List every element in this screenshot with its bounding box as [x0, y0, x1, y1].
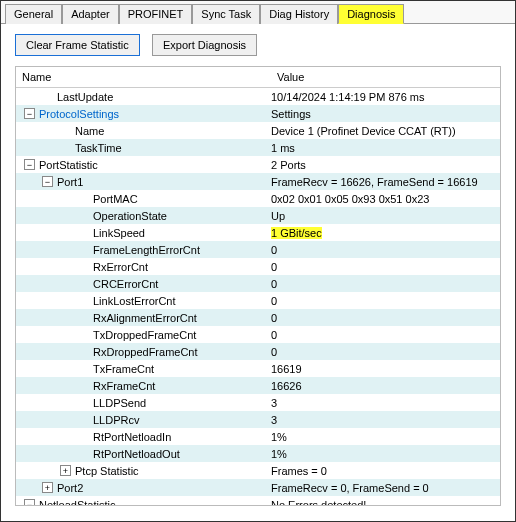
- header-value[interactable]: Value: [271, 67, 500, 87]
- tree-row[interactable]: RtPortNetloadIn1%: [16, 428, 500, 445]
- tree-row[interactable]: RxDroppedFrameCnt0: [16, 343, 500, 360]
- tree-branch-icon: [78, 244, 89, 255]
- tree-row[interactable]: −PortStatistic2 Ports: [16, 156, 500, 173]
- tree-cell-name: TxDroppedFrameCnt: [16, 329, 271, 341]
- tree-row[interactable]: RxFrameCnt16626: [16, 377, 500, 394]
- row-value: 0: [271, 295, 277, 307]
- tree-cell-name: CRCErrorCnt: [16, 278, 271, 290]
- row-label: RtPortNetloadIn: [93, 431, 171, 443]
- collapse-icon[interactable]: −: [24, 108, 35, 119]
- row-label: RxDroppedFrameCnt: [93, 346, 198, 358]
- tree-row[interactable]: −ProtocolSettingsSettings: [16, 105, 500, 122]
- tree-row[interactable]: −Port1FrameRecv = 16626, FrameSend = 166…: [16, 173, 500, 190]
- tree-row[interactable]: TxFrameCnt16619: [16, 360, 500, 377]
- tree-cell-value: FrameRecv = 0, FrameSend = 0: [271, 482, 500, 494]
- tree-cell-name: TaskTime: [16, 142, 271, 154]
- tab-synctask[interactable]: Sync Task: [192, 4, 260, 24]
- tree-row[interactable]: −NetloadStatisticNo Errors detected!: [16, 496, 500, 506]
- row-label: RxAlignmentErrorCnt: [93, 312, 197, 324]
- tree-branch-icon: [78, 227, 89, 238]
- row-value: 0: [271, 261, 277, 273]
- expand-icon[interactable]: +: [60, 465, 71, 476]
- tab-general[interactable]: General: [5, 4, 62, 24]
- row-label: LinkLostErrorCnt: [93, 295, 176, 307]
- tree-branch-icon: [78, 295, 89, 306]
- row-label: Port1: [57, 176, 83, 188]
- row-label: PortStatistic: [39, 159, 98, 171]
- tree-row[interactable]: NameDevice 1 (Profinet Device CCAT (RT)): [16, 122, 500, 139]
- tree-cell-value: 3: [271, 397, 500, 409]
- tree-cell-value: Device 1 (Profinet Device CCAT (RT)): [271, 125, 500, 137]
- tab-profinet[interactable]: PROFINET: [119, 4, 193, 24]
- row-value: 0: [271, 244, 277, 256]
- tree-row[interactable]: TxDroppedFrameCnt0: [16, 326, 500, 343]
- tree-cell-value: 0: [271, 329, 500, 341]
- tree-row[interactable]: LLDPRcv3: [16, 411, 500, 428]
- tab-bar: General Adapter PROFINET Sync Task Diag …: [1, 1, 515, 24]
- property-tree: Name Value LastUpdate10/14/2024 1:14:19 …: [15, 66, 501, 506]
- tree-row[interactable]: TaskTime1 ms: [16, 139, 500, 156]
- tree-cell-name: LastUpdate: [16, 91, 271, 103]
- export-diagnosis-button[interactable]: Export Diagnosis: [152, 34, 257, 56]
- row-value: 0: [271, 329, 277, 341]
- tree-cell-name: TxFrameCnt: [16, 363, 271, 375]
- row-value: No Errors detected!: [271, 499, 366, 507]
- collapse-icon[interactable]: −: [24, 159, 35, 170]
- tree-row[interactable]: LinkLostErrorCnt0: [16, 292, 500, 309]
- collapse-icon[interactable]: −: [24, 499, 35, 506]
- tree-branch-icon: [78, 210, 89, 221]
- row-value: 0: [271, 278, 277, 290]
- tree-row[interactable]: LastUpdate10/14/2024 1:14:19 PM 876 ms: [16, 88, 500, 105]
- tree-row[interactable]: RxAlignmentErrorCnt0: [16, 309, 500, 326]
- collapse-icon[interactable]: −: [42, 176, 53, 187]
- row-value: 1 GBit/sec: [271, 227, 322, 239]
- clear-frame-statistic-button[interactable]: Clear Frame Statistic: [15, 34, 140, 56]
- tree-branch-icon: [78, 448, 89, 459]
- tree-body: LastUpdate10/14/2024 1:14:19 PM 876 ms−P…: [16, 88, 500, 506]
- tree-branch-icon: [78, 363, 89, 374]
- tree-cell-value: 0: [271, 346, 500, 358]
- tree-cell-name: RxFrameCnt: [16, 380, 271, 392]
- tree-row[interactable]: RxErrorCnt0: [16, 258, 500, 275]
- tree-cell-value: 16626: [271, 380, 500, 392]
- tree-branch-icon: [42, 91, 53, 102]
- row-label: Name: [75, 125, 104, 137]
- row-label: FrameLengthErrorCnt: [93, 244, 200, 256]
- tree-row[interactable]: +Ptcp StatisticFrames = 0: [16, 462, 500, 479]
- row-value: 1 ms: [271, 142, 295, 154]
- row-label: LastUpdate: [57, 91, 113, 103]
- tree-row[interactable]: PortMAC0x02 0x01 0x05 0x93 0x51 0x23: [16, 190, 500, 207]
- tree-row[interactable]: CRCErrorCnt0: [16, 275, 500, 292]
- row-value: 0: [271, 346, 277, 358]
- tree-cell-name: OperationState: [16, 210, 271, 222]
- tree-cell-value: 1%: [271, 448, 500, 460]
- tree-row[interactable]: OperationStateUp: [16, 207, 500, 224]
- row-label: CRCErrorCnt: [93, 278, 158, 290]
- header-name[interactable]: Name: [16, 67, 271, 87]
- expand-icon[interactable]: +: [42, 482, 53, 493]
- row-label: TaskTime: [75, 142, 122, 154]
- tree-row[interactable]: +Port2FrameRecv = 0, FrameSend = 0: [16, 479, 500, 496]
- toolbar: Clear Frame Statistic Export Diagnosis: [1, 24, 515, 66]
- tree-cell-name: +Ptcp Statistic: [16, 465, 271, 477]
- row-value: 16619: [271, 363, 302, 375]
- tree-branch-icon: [78, 397, 89, 408]
- tree-cell-value: 0: [271, 244, 500, 256]
- row-label: LLDPSend: [93, 397, 146, 409]
- tree-row[interactable]: LinkSpeed1 GBit/sec: [16, 224, 500, 241]
- tree-cell-name: RxDroppedFrameCnt: [16, 346, 271, 358]
- tree-cell-name: RxErrorCnt: [16, 261, 271, 273]
- tab-adapter[interactable]: Adapter: [62, 4, 119, 24]
- tab-diagnosis[interactable]: Diagnosis: [338, 4, 404, 24]
- row-value: Device 1 (Profinet Device CCAT (RT)): [271, 125, 456, 137]
- tree-row[interactable]: RtPortNetloadOut1%: [16, 445, 500, 462]
- tab-diaghistory[interactable]: Diag History: [260, 4, 338, 24]
- tree-branch-icon: [60, 125, 71, 136]
- tree-row[interactable]: LLDPSend3: [16, 394, 500, 411]
- tree-cell-name: LLDPSend: [16, 397, 271, 409]
- tree-cell-name: −ProtocolSettings: [16, 108, 271, 120]
- row-label: Port2: [57, 482, 83, 494]
- tree-row[interactable]: FrameLengthErrorCnt0: [16, 241, 500, 258]
- tree-cell-value: 3: [271, 414, 500, 426]
- row-value: 0x02 0x01 0x05 0x93 0x51 0x23: [271, 193, 429, 205]
